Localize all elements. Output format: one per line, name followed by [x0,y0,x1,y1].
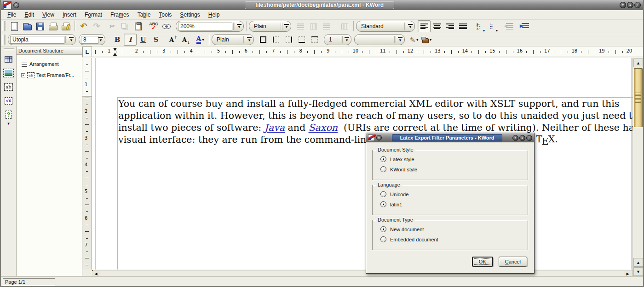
scroll-right-button[interactable]: ▶ [624,271,632,277]
save-document-button[interactable] [34,20,46,32]
horizontal-ruler[interactable]: 1234567891011121314151617181920 [92,47,643,57]
insert-text-frame-button[interactable]: ab [2,81,15,93]
menu-item-frames[interactable]: Frames [108,11,132,19]
chevron-down-icon[interactable]: ▼ [345,37,349,42]
spellcheck-button[interactable]: ABC✓ [147,20,160,32]
radio-option-latex-style[interactable]: Latex style [380,156,528,162]
border-bottom-button[interactable] [295,34,308,46]
menu-item-tools[interactable]: Tools [156,11,174,19]
chevron-down-icon[interactable]: ▾ [430,38,431,42]
chevron-down-icon[interactable]: ▾ [496,29,498,33]
minimize-button[interactable]: ▾ [620,2,626,8]
ok-button[interactable]: OK [472,257,493,267]
chevron-down-icon[interactable]: ▼ [237,24,242,29]
dialog-close-button[interactable]: ╱ [526,135,532,141]
chevron-down-icon[interactable]: ▼ [284,24,289,29]
zoom-select[interactable]: 200% ▼ [176,21,244,32]
dialog-minimize-button[interactable]: ▾ [512,135,518,141]
bold-button[interactable]: B [111,34,124,46]
paste-button[interactable] [132,20,144,32]
background-color-button[interactable]: ▾ [420,34,433,46]
insert-picture-button[interactable] [2,67,15,79]
border-color-button[interactable]: ✎▾ [408,34,420,46]
latex-export-dialog[interactable]: Latex Export Filter Parameters - KWord ▾… [366,133,535,274]
radio-option-new-document[interactable]: New document [380,226,528,232]
java-link[interactable]: Java [264,122,285,133]
chevron-down-icon[interactable]: ▼ [69,37,74,42]
radio-embedded-document[interactable] [380,236,386,242]
menu-item-format[interactable]: Format [82,11,105,19]
print-preview-button[interactable] [59,20,72,32]
zoom-input[interactable]: 200% [178,23,232,30]
chevron-down-icon[interactable]: ▾ [202,38,204,42]
insert-table-button[interactable] [2,53,15,65]
scroll-up-button[interactable]: ▲ [633,59,643,67]
print-button[interactable] [46,20,59,32]
menu-item-edit[interactable]: Edit [22,11,37,19]
font-color-button[interactable]: A▾ [194,34,207,46]
undo-button[interactable]: ↶ [77,20,90,32]
scroll-up-button-bottom[interactable]: ▲ [633,258,643,267]
font-size-input[interactable]: 8 [81,36,98,44]
new-document-button[interactable] [8,20,21,32]
radio-option-latin1[interactable]: latin1 [380,201,528,207]
menu-item-help[interactable]: Help [206,11,223,19]
italic-button[interactable]: I [124,34,137,46]
radio-latex-style[interactable] [380,156,386,162]
align-right-button[interactable] [443,20,456,32]
frame-style-select[interactable]: Plain ▼ [212,34,254,45]
superscript-button[interactable]: A↑ [165,34,178,46]
border-left-button[interactable] [270,34,282,46]
toolbar-overflow-arrow[interactable]: ▾ [1,121,16,126]
tree-item-text-frames-fr[interactable]: +abText Frames/Fr... [21,70,81,81]
tree-item-arrangement[interactable]: Arrangement [21,59,81,70]
paragraph-style-select[interactable]: Plain ▼ [249,21,291,32]
chevron-down-icon[interactable]: ▼ [247,37,252,42]
insert-object-button[interactable]: ? [2,108,15,121]
radio-latin1[interactable] [380,201,386,207]
close-button[interactable]: ╱ [634,2,641,8]
bulleted-list-button[interactable]: •– •– •– ▾ [485,20,498,32]
toolbar-grip[interactable] [4,48,14,51]
font-family-input[interactable]: Utopia [10,36,64,44]
subscript-button[interactable]: A↓ [178,34,191,46]
toolbar-grip[interactable] [2,35,6,45]
format-style-select[interactable]: Standard ▼ [356,21,415,32]
vertical-scrollbar[interactable]: ▲ ▲ ▼ [632,58,643,277]
vertical-ruler[interactable]: 12345678 [82,58,92,269]
radio-kword-style[interactable] [380,166,386,172]
increase-indent-button[interactable]: ▶ [519,20,532,32]
dialog-title-bar[interactable]: Latex Export Filter Parameters - KWord ▾… [366,133,534,142]
document-canvas[interactable]: You can of course buy and install a full… [92,58,632,269]
vertical-scrollbar-thumb[interactable] [634,68,643,127]
menu-item-table[interactable]: Table [135,11,154,19]
chevron-down-icon[interactable]: ▼ [98,37,103,42]
border-width-select[interactable]: 1 ▼ [324,34,351,45]
font-family-select[interactable]: Utopia ▼ [8,34,76,45]
window-menu-button[interactable] [13,2,19,8]
border-top-button[interactable] [308,34,321,46]
scroll-left-button[interactable]: ◀ [92,271,100,277]
preview-button[interactable] [160,20,173,32]
cancel-button[interactable]: Cancel [499,257,527,267]
menu-item-view[interactable]: View [40,11,57,19]
expander-plus-icon[interactable]: + [21,73,25,77]
align-left-button[interactable] [418,20,431,32]
border-outline-button[interactable] [257,34,270,46]
border-right-button[interactable] [282,34,295,46]
menu-item-insert[interactable]: Insert [60,11,79,19]
font-size-select[interactable]: 8 ▼ [79,34,105,45]
radio-option-kword-style[interactable]: KWord style [380,166,528,172]
numbered-list-button[interactable]: 1.– 2.– 3.– ▾ [472,20,485,32]
scroll-down-button[interactable]: ▼ [633,267,643,276]
saxon-link[interactable]: Saxon [309,122,338,133]
strikethrough-button[interactable]: S [150,34,162,46]
radio-option-unicode[interactable]: Unicode [380,191,528,197]
toolbar-grip[interactable] [2,21,6,31]
chevron-down-icon[interactable]: ▼ [398,37,402,42]
tab-stop-selector[interactable]: L [82,47,92,57]
underline-button[interactable]: U [137,34,150,46]
insert-formula-button[interactable]: √x [2,94,15,107]
chevron-down-icon[interactable]: ▾ [416,38,418,42]
border-style-select[interactable]: ▼ [354,34,405,45]
